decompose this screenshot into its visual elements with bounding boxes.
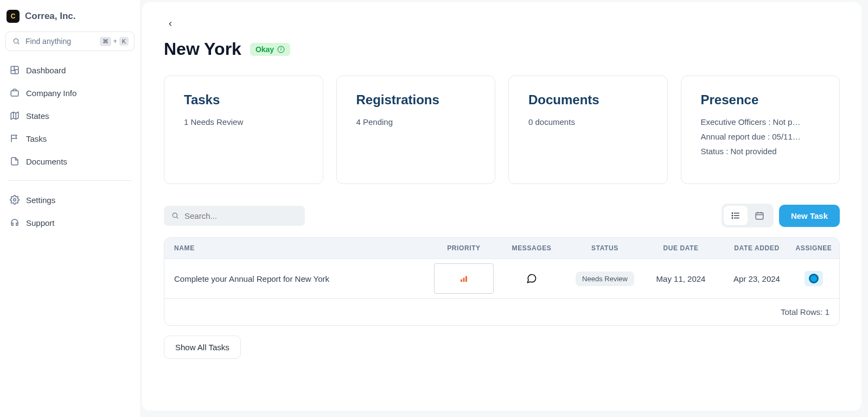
sidebar-item-label: Dashboard — [26, 66, 66, 75]
card-title: Documents — [528, 92, 648, 108]
cell-status: Needs Review — [567, 271, 643, 286]
document-icon — [10, 156, 20, 166]
back-row — [164, 17, 840, 30]
status-badge-label: Okay — [256, 45, 274, 54]
view-switch — [722, 204, 774, 228]
search-icon — [11, 36, 21, 46]
card-title: Tasks — [184, 92, 303, 108]
sidebar-item-settings[interactable]: Settings — [5, 189, 135, 210]
chat-icon — [526, 273, 537, 284]
global-search-placeholder: Find anything — [25, 37, 95, 46]
card-line: Annual report due : 05/11… — [701, 132, 820, 141]
svg-point-0 — [14, 39, 18, 43]
svg-rect-19 — [756, 213, 763, 219]
sidebar-item-states[interactable]: States — [5, 105, 135, 126]
sidebar-item-label: Company Info — [26, 89, 76, 98]
sidebar-item-company[interactable]: Company Info — [5, 83, 135, 103]
page-title: New York — [164, 39, 241, 59]
card-line: 4 Pending — [356, 117, 476, 127]
title-row: New York Okay — [164, 39, 840, 59]
card-documents[interactable]: Documents 0 documents — [508, 75, 668, 184]
card-line: Executive Officers : Not p… — [701, 117, 820, 127]
sidebar-item-label: Documents — [26, 157, 67, 166]
back-button[interactable] — [164, 17, 177, 30]
brand-name: Correa, Inc. — [25, 11, 76, 22]
search-icon — [171, 212, 179, 219]
brand-logo-letter: C — [11, 12, 16, 20]
table-search-input[interactable] — [184, 211, 297, 220]
svg-point-17 — [732, 215, 733, 216]
sidebar-item-tasks[interactable]: Tasks — [5, 128, 135, 149]
chevron-left-icon — [167, 20, 174, 28]
table-footer: Total Rows: 1 — [164, 298, 839, 325]
headset-icon — [10, 218, 20, 228]
new-task-button[interactable]: New Task — [779, 205, 840, 227]
brand: C Correa, Inc. — [5, 10, 135, 29]
cell-assignee[interactable] — [795, 271, 833, 286]
priority-selector[interactable] — [434, 263, 494, 294]
shortcut-mod-key: ⌘ — [100, 37, 111, 46]
col-header-name: NAME — [171, 244, 431, 252]
sidebar-item-support[interactable]: Support — [5, 212, 135, 233]
table-row-count: Total Rows: 1 — [781, 307, 829, 317]
col-header-status: STATUS — [567, 244, 643, 252]
svg-point-11 — [173, 213, 177, 217]
info-icon[interactable] — [277, 46, 285, 53]
table-header: NAME PRIORITY MESSAGES STATUS DUE DATE D… — [164, 238, 839, 258]
card-title: Registrations — [356, 92, 476, 108]
status-pill: Needs Review — [576, 271, 634, 286]
sidebar-item-documents[interactable]: Documents — [5, 151, 135, 172]
svg-point-16 — [732, 213, 733, 214]
list-icon — [731, 211, 741, 220]
col-header-added: DATE ADDED — [719, 244, 795, 252]
sidebar-item-label: States — [26, 111, 49, 121]
global-search-shortcut: ⌘ + K — [100, 37, 129, 46]
sidebar-item-dashboard[interactable]: Dashboard — [5, 60, 135, 80]
briefcase-icon — [10, 88, 20, 98]
summary-cards: Tasks 1 Needs Review Registrations 4 Pen… — [164, 75, 840, 184]
nav-divider — [9, 180, 131, 181]
status-badge: Okay — [250, 43, 290, 56]
svg-point-18 — [732, 218, 733, 219]
table-row[interactable]: Complete your Annual Report for New York… — [164, 258, 839, 298]
cell-due: May 11, 2024 — [643, 274, 719, 283]
col-header-messages: MESSAGES — [496, 244, 567, 252]
sidebar-item-label: Tasks — [26, 134, 47, 143]
tasks-table: NAME PRIORITY MESSAGES STATUS DUE DATE D… — [164, 237, 840, 326]
svg-rect-23 — [461, 280, 462, 282]
card-line: Status : Not provided — [701, 147, 820, 156]
avatar-dot — [809, 274, 819, 283]
main-wrap: New York Okay Tasks 1 Needs Review Regis… — [140, 0, 868, 417]
brand-logo: C — [7, 10, 20, 23]
svg-rect-25 — [465, 276, 467, 282]
bars-icon — [459, 274, 469, 283]
cell-priority — [431, 267, 496, 290]
global-search[interactable]: Find anything ⌘ + K — [5, 31, 135, 51]
table-toolbar: New Task — [164, 204, 840, 228]
view-calendar-button[interactable] — [748, 206, 771, 225]
calendar-icon — [755, 211, 764, 220]
dashboard-icon — [10, 65, 20, 75]
svg-line-12 — [177, 217, 178, 219]
card-line: 1 Needs Review — [184, 117, 303, 127]
sidebar: C Correa, Inc. Find anything ⌘ + K Dashb… — [0, 0, 140, 417]
view-list-button[interactable] — [724, 206, 748, 225]
sidebar-item-label: Support — [26, 218, 55, 228]
card-registrations[interactable]: Registrations 4 Pending — [336, 75, 496, 184]
table-search[interactable] — [164, 206, 305, 226]
card-presence[interactable]: Presence Executive Officers : Not p… Ann… — [681, 75, 840, 184]
card-line: 0 documents — [528, 117, 648, 127]
shortcut-plus: + — [113, 37, 117, 45]
sidebar-item-label: Settings — [26, 195, 55, 205]
card-tasks[interactable]: Tasks 1 Needs Review — [164, 75, 323, 184]
cell-messages[interactable] — [496, 273, 567, 284]
gear-icon — [10, 195, 20, 205]
show-all-tasks-button[interactable]: Show All Tasks — [164, 336, 241, 359]
assignee-avatar — [805, 271, 823, 286]
shortcut-key: K — [119, 37, 129, 46]
col-header-assignee: ASSIGNEE — [795, 244, 833, 252]
card-title: Presence — [701, 92, 820, 108]
col-header-priority: PRIORITY — [431, 244, 496, 252]
flag-icon — [10, 134, 20, 143]
svg-rect-24 — [463, 278, 465, 282]
